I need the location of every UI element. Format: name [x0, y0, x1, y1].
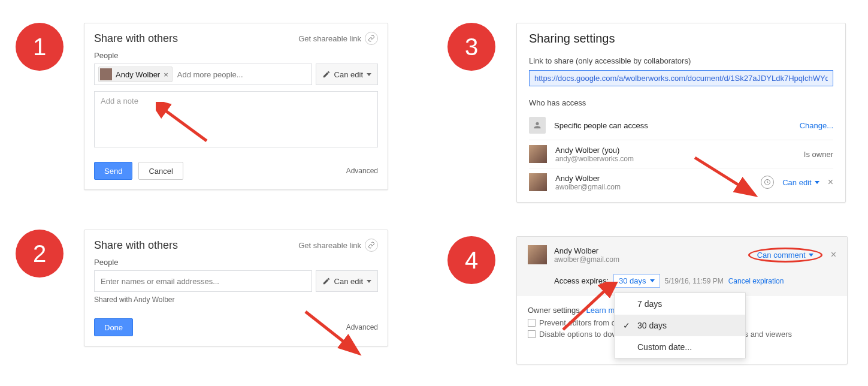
remove-user-icon[interactable]: × — [831, 249, 836, 260]
get-link-label: Get shareable link — [298, 34, 361, 43]
share-dialog-1: Share with others Get shareable link Peo… — [84, 23, 388, 190]
avatar — [529, 173, 547, 191]
add-people-field[interactable] — [175, 68, 308, 82]
access-mode-text: Specific people can access — [554, 121, 648, 130]
step-badge-4: 4 — [447, 236, 495, 284]
sharing-settings-title: Sharing settings — [529, 32, 833, 46]
permission-dropdown[interactable]: Can edit — [316, 270, 378, 292]
expiration-option-30days[interactable]: ✓ 30 days — [615, 315, 745, 336]
owner-name: Andy Wolber (you) — [555, 146, 634, 155]
people-input[interactable] — [94, 270, 312, 292]
option-label: 30 days — [637, 321, 667, 330]
link-to-share-label: Link to share (only accessible by collab… — [529, 56, 833, 65]
share-dialog-2: Share with others Get shareable link Peo… — [84, 230, 388, 346]
step-badge-1: 1 — [16, 23, 63, 71]
option-label: 7 days — [637, 299, 662, 309]
person-icon — [529, 117, 546, 134]
chevron-down-icon — [367, 73, 371, 76]
prevent-editors-checkbox[interactable] — [528, 319, 536, 327]
owner-email: andy@wolberworks.com — [555, 155, 634, 163]
person-chip[interactable]: Andy Wolber × — [98, 67, 173, 82]
remove-collab-icon[interactable]: × — [828, 177, 833, 188]
share-url-field[interactable] — [529, 70, 833, 86]
share-title: Share with others — [94, 32, 178, 45]
chip-remove-icon[interactable]: × — [164, 70, 168, 79]
expiration-option-custom[interactable]: Custom date... — [615, 336, 745, 358]
cancel-expiration-link[interactable]: Cancel expiration — [728, 277, 784, 285]
access-expires-label: Access expires: — [554, 276, 609, 285]
expiration-options-menu: 7 days ✓ 30 days Custom date... — [614, 292, 746, 358]
sharing-settings: Sharing settings Link to share (only acc… — [516, 23, 846, 203]
user-email: awolber@gmail.com — [554, 255, 619, 264]
link-icon — [365, 239, 378, 252]
avatar — [529, 145, 547, 163]
pencil-icon — [322, 70, 331, 79]
permission-label: Can comment — [757, 251, 806, 260]
chip-name: Andy Wolber — [116, 70, 160, 79]
owner-role-label: Is owner — [804, 150, 833, 159]
advanced-link[interactable]: Advanced — [346, 167, 378, 175]
cancel-button[interactable]: Cancel — [138, 162, 183, 180]
done-button[interactable]: Done — [94, 318, 133, 336]
collab-name: Andy Wolber — [555, 174, 621, 183]
option-label: Custom date... — [637, 342, 692, 352]
chevron-down-icon — [815, 181, 819, 184]
share-title: Share with others — [94, 239, 178, 252]
chevron-down-icon — [367, 280, 371, 283]
step-badge-2: 2 — [16, 230, 63, 278]
user-name: Andy Wolber — [554, 246, 619, 255]
who-has-access-label: Who has access — [529, 98, 833, 107]
get-link-label: Get shareable link — [298, 241, 361, 250]
people-field[interactable] — [98, 275, 308, 288]
collab-permission-dropdown[interactable]: Can edit — [782, 178, 819, 187]
chevron-down-icon — [650, 279, 655, 282]
avatar — [100, 68, 112, 80]
prevent-editors-label: Prevent editors from c — [539, 318, 615, 327]
expiration-clock-icon[interactable] — [761, 176, 774, 189]
collab-permission-label: Can edit — [782, 178, 811, 187]
advanced-link[interactable]: Advanced — [346, 323, 378, 331]
avatar — [528, 245, 547, 264]
expiration-date: 5/19/16, 11:59 PM — [665, 277, 724, 285]
people-label: People — [84, 258, 388, 270]
change-access-link[interactable]: Change... — [800, 121, 833, 130]
shared-with-text: Shared with Andy Wolber — [84, 292, 388, 304]
permission-dropdown[interactable]: Can edit — [316, 64, 378, 85]
pencil-icon — [322, 277, 331, 285]
permission-label: Can edit — [334, 277, 363, 286]
check-icon: ✓ — [623, 321, 631, 330]
get-shareable-link[interactable]: Get shareable link — [298, 32, 378, 45]
disable-download-checkbox[interactable] — [528, 330, 536, 338]
owner-settings-label: Owner settings — [528, 306, 580, 315]
expiration-option-7days[interactable]: 7 days — [615, 293, 745, 315]
get-shareable-link[interactable]: Get shareable link — [298, 239, 378, 252]
expiration-value: 30 days — [619, 276, 646, 285]
note-textarea[interactable]: Add a note — [94, 91, 378, 147]
people-label: People — [84, 51, 388, 64]
chevron-down-icon — [809, 254, 813, 257]
link-icon — [365, 32, 378, 45]
permission-dropdown[interactable]: Can comment — [757, 251, 813, 260]
permission-label: Can edit — [334, 70, 363, 79]
collab-email: awolber@gmail.com — [555, 183, 621, 191]
people-input[interactable]: Andy Wolber × — [94, 64, 312, 85]
note-placeholder: Add a note — [101, 96, 138, 105]
expiration-dropdown[interactable]: 30 days — [613, 274, 660, 288]
step-badge-3: 3 — [447, 23, 495, 71]
highlighted-permission-oval: Can comment — [748, 248, 822, 263]
send-button[interactable]: Send — [94, 162, 132, 180]
